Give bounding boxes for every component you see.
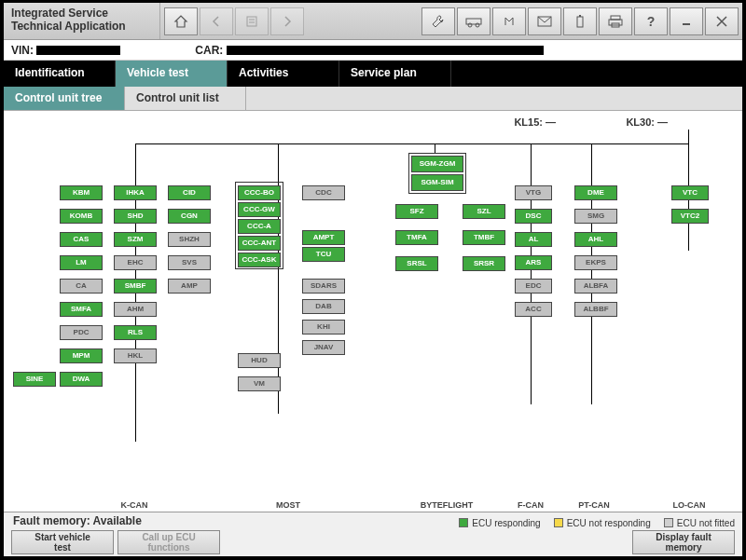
ecu-amp[interactable]: AMP (168, 279, 211, 294)
ecu-shzh[interactable]: SHZH (168, 232, 211, 247)
print-icon[interactable] (599, 7, 632, 35)
svg-rect-8 (579, 15, 581, 17)
vin-value-redacted (36, 46, 120, 55)
start-vehicle-test-button[interactable]: Start vehicle test (11, 530, 114, 554)
minimize-icon[interactable] (670, 7, 703, 35)
ecu-sgm-zgm[interactable]: SGM-ZGM (411, 156, 463, 172)
ecu-cas[interactable]: CAS (60, 232, 103, 247)
ecu-ccc-ant[interactable]: CCC-ANT (238, 236, 281, 251)
ecu-ccc-ask[interactable]: CCC-ASK (238, 253, 281, 267)
nav-forward-icon (270, 7, 304, 35)
ecu-dab[interactable]: DAB (302, 299, 345, 314)
ecu-hud[interactable]: HUD (238, 353, 281, 368)
ecu-cgn[interactable]: CGN (168, 209, 211, 224)
bus-label-locan: LO-CAN (661, 500, 717, 510)
display-fault-memory-button[interactable]: Display fault memory (632, 530, 735, 554)
nav-list-icon (235, 7, 269, 35)
ecu-smbf[interactable]: SMBF (114, 279, 157, 294)
ecu-rls[interactable]: RLS (114, 325, 157, 340)
ecu-ca[interactable]: CA (60, 279, 103, 294)
ecu-vm[interactable]: VM (238, 376, 281, 391)
ecu-mpm[interactable]: MPM (60, 348, 103, 363)
ecu-vtc[interactable]: VTC (671, 185, 709, 200)
wrench-icon[interactable] (421, 7, 455, 35)
ecu-szm[interactable]: SZM (114, 232, 157, 247)
vehicle-icon[interactable] (457, 7, 490, 35)
ecu-pdc[interactable]: PDC (60, 325, 103, 340)
ecu-shd[interactable]: SHD (114, 209, 157, 224)
ecu-tcu[interactable]: TCU (302, 247, 345, 262)
app-title: Integrated Service Technical Application (4, 3, 160, 39)
ecu-sdars[interactable]: SDARS (302, 279, 345, 294)
car-label: CAR: (195, 44, 543, 57)
subtab-control-unit-list[interactable]: Control unit list (125, 87, 246, 110)
diagnosis-icon[interactable] (492, 7, 526, 35)
close-icon[interactable] (705, 7, 739, 35)
tab-activities[interactable]: Activities (228, 61, 339, 87)
bus-label-most: MOST (260, 500, 316, 510)
ecu-cdc[interactable]: CDC (302, 185, 345, 200)
ecu-ahl[interactable]: AHL (574, 232, 617, 247)
ecu-svs[interactable]: SVS (168, 255, 211, 270)
ecu-smfa[interactable]: SMFA (60, 302, 103, 317)
ecu-smg[interactable]: SMG (574, 209, 617, 224)
tab-vehicle-test[interactable]: Vehicle test (116, 61, 228, 87)
subtab-control-unit-tree[interactable]: Control unit tree (4, 87, 125, 110)
battery-icon[interactable] (563, 7, 597, 35)
ecu-albfa[interactable]: ALBFA (574, 279, 617, 294)
ecu-ekps[interactable]: EKPS (574, 255, 617, 270)
ecu-szl[interactable]: SZL (463, 204, 505, 219)
ecu-hkl[interactable]: HKL (114, 348, 157, 363)
home-icon[interactable] (164, 7, 198, 35)
mail-icon[interactable] (528, 7, 561, 35)
ecu-al[interactable]: AL (515, 232, 552, 247)
ecu-cid[interactable]: CID (168, 185, 211, 200)
footer: Fault memory: Available ECU responding E… (4, 512, 742, 556)
tab-service-plan[interactable]: Service plan (339, 61, 451, 87)
bus-label-ptcan: PT-CAN (571, 500, 617, 510)
sub-tab-bar: Control unit tree Control unit list (4, 87, 742, 111)
svg-rect-12 (683, 23, 690, 25)
ecu-komb[interactable]: KOMB (60, 209, 103, 224)
top-toolbar: Integrated Service Technical Application (4, 3, 742, 40)
ecu-khi[interactable]: KHI (302, 320, 345, 335)
ecu-ihka[interactable]: IHKA (114, 185, 157, 200)
ecu-dme[interactable]: DME (574, 185, 617, 200)
ecu-tmbf[interactable]: TMBF (463, 230, 505, 245)
ecu-tmfa[interactable]: TMFA (395, 230, 438, 245)
svg-rect-0 (247, 17, 256, 26)
ecu-ampt[interactable]: AMPT (302, 230, 345, 245)
ecu-ccc-a[interactable]: CCC-A (238, 219, 281, 234)
ecu-kbm[interactable]: KBM (60, 185, 103, 200)
help-icon[interactable]: ? (634, 7, 668, 35)
call-up-ecu-functions-button: Call up ECU functions (117, 530, 220, 554)
ecu-jnav[interactable]: JNAV (302, 340, 345, 355)
ecu-dsc[interactable]: DSC (515, 209, 552, 224)
ecu-lm[interactable]: LM (60, 255, 103, 270)
ecu-srsl[interactable]: SRSL (395, 256, 438, 271)
vin-label: VIN: (11, 44, 120, 57)
kl30-indicator: KL30: — (626, 116, 668, 128)
ecu-dwa[interactable]: DWA (60, 372, 103, 387)
kl15-indicator: KL15: — (514, 116, 556, 128)
ecu-srsr[interactable]: SRSR (463, 256, 505, 271)
ecu-edc[interactable]: EDC (515, 279, 552, 294)
ecu-ahm[interactable]: AHM (114, 302, 157, 317)
ecu-albbf[interactable]: ALBBF (574, 302, 617, 317)
legend-not-responding: ECU not responding (554, 518, 651, 528)
ecu-sfz[interactable]: SFZ (395, 204, 438, 219)
ecu-sine[interactable]: SINE (13, 372, 56, 387)
ecu-sgm-sim[interactable]: SGM-SIM (411, 174, 463, 191)
ecu-acc[interactable]: ACC (515, 302, 552, 317)
tab-identification[interactable]: Identification (4, 61, 116, 87)
bus-label-byteflight: BYTEFLIGHT (409, 500, 484, 510)
ecu-ccc-gw[interactable]: CCC-GW (238, 202, 281, 217)
ecu-ehc[interactable]: EHC (114, 255, 157, 270)
control-unit-tree-canvas: KL15: — KL30: — SGM-ZGM SGM-SIM K-CAN MO… (4, 111, 742, 513)
ecu-vtg[interactable]: VTG (515, 185, 552, 200)
svg-rect-9 (611, 16, 620, 20)
ecu-ars[interactable]: ARS (515, 255, 552, 270)
ecu-vtc2[interactable]: VTC2 (671, 209, 709, 224)
ecu-ccc-bo[interactable]: CCC-BO (238, 185, 281, 200)
svg-rect-10 (609, 20, 622, 25)
